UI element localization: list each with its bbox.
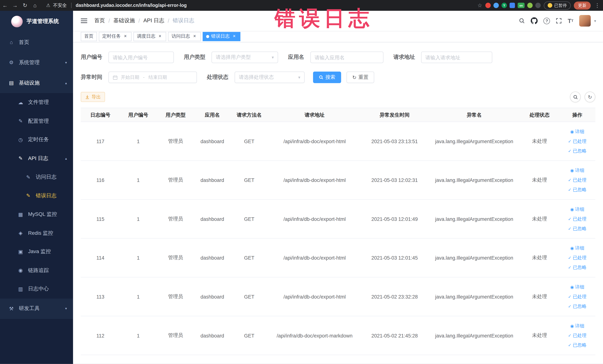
action-ignored[interactable]: ✓已忽略 (559, 302, 595, 311)
tab-label: 错误日志 (211, 33, 230, 39)
search-icon[interactable] (519, 18, 525, 24)
check-icon: ✓ (568, 214, 571, 224)
sidebar-item-system[interactable]: ⚙系统管理▾ (0, 52, 73, 73)
action-detail[interactable]: ◉详细 (559, 127, 595, 137)
sidebar-item-infra[interactable]: ▤基础设施▴ (0, 73, 73, 93)
paw-extension-icon[interactable] (535, 3, 541, 8)
action-ignored[interactable]: ✓已忽略 (559, 185, 595, 195)
red-circle-extension-icon[interactable] (485, 3, 491, 8)
back-icon[interactable]: ← (0, 2, 10, 8)
fullscreen-icon[interactable] (556, 18, 562, 24)
avatar[interactable] (579, 15, 591, 26)
breadcrumb-item-0[interactable]: 首页 (94, 17, 105, 24)
search-button[interactable]: 搜索 (313, 71, 341, 83)
chevron-down-icon: ▾ (65, 61, 67, 65)
user-type-label: 用户类型 (184, 54, 205, 61)
chevron-down-icon[interactable]: ▾ (594, 19, 596, 23)
action-detail[interactable]: ◉详细 (559, 205, 595, 214)
download-icon (85, 94, 90, 99)
blue-drop-extension-icon[interactable] (493, 3, 499, 8)
breadcrumb-item-1[interactable]: 基础设施 (114, 17, 135, 24)
check-icon: ✓ (568, 175, 571, 185)
sidebar-item-dev-tools[interactable]: ⚒研发工具▾ (0, 298, 73, 319)
close-icon[interactable]: × (123, 34, 128, 39)
action-detail[interactable]: ◉详细 (559, 165, 595, 175)
cell-app: dashboard (195, 122, 230, 161)
exception-time-range-picker[interactable]: 开始日期 - 结束日期 (108, 71, 197, 83)
browser-menu-icon[interactable]: ⋮ (594, 2, 600, 8)
close-icon[interactable]: × (232, 34, 237, 39)
sidebar-item-access-log[interactable]: ✎访问日志 (0, 168, 73, 187)
check-icon: ✓ (568, 331, 571, 340)
action-processed[interactable]: ✓已处理 (559, 331, 595, 340)
close-icon[interactable]: × (192, 34, 197, 39)
paused-badge[interactable]: 已暂停 (544, 1, 571, 10)
cell-user_type: 管理员 (156, 277, 195, 316)
refresh-table-button[interactable]: ↻ (585, 92, 595, 102)
tab-access-log[interactable]: 访问日志× (168, 32, 201, 41)
action-processed[interactable]: ✓已处理 (559, 214, 595, 224)
export-button[interactable]: 导出 (81, 92, 105, 102)
leaf-extension-icon[interactable] (527, 3, 533, 8)
toggle-search-button[interactable] (570, 92, 581, 102)
reload-icon[interactable]: ↻ (20, 2, 30, 8)
tab-error-log[interactable]: 错误日志× (203, 32, 240, 41)
sidebar-item-file[interactable]: ☁文件管理 (0, 93, 73, 112)
app-name-input[interactable] (310, 52, 383, 63)
app-logo[interactable]: 芋道管理系统 (0, 11, 73, 32)
action-ignored[interactable]: ✓已忽略 (559, 146, 595, 156)
tab-job[interactable]: 定时任务× (99, 32, 131, 41)
sidebar-item-redis[interactable]: ◈Redis 监控 (0, 224, 73, 242)
tab-job-log[interactable]: 调度日志× (133, 32, 166, 41)
action-processed[interactable]: ✓已处理 (559, 136, 595, 146)
sidebar-item-log-center[interactable]: ▥日志中心 (0, 280, 73, 298)
font-size-icon[interactable]: TT (568, 18, 573, 23)
close-icon[interactable]: × (157, 34, 163, 39)
action-processed[interactable]: ✓已处理 (559, 292, 595, 302)
filter-form: 用户编号 用户类型 请选择用户类型 ▾ 应用名 (81, 52, 595, 83)
request-url-input[interactable] (421, 52, 492, 63)
check-icon: ✓ (568, 340, 571, 350)
action-detail[interactable]: ◉详细 (559, 243, 595, 253)
cell-user_type: 管理员 (156, 122, 195, 161)
user-type-select[interactable]: 请选择用户类型 ▾ (211, 52, 278, 63)
tab-bar: 首页定时任务×调度日志×访问日志×错误日志× (73, 31, 603, 42)
process-status-select[interactable]: 请选择处理状态 ▾ (235, 71, 305, 83)
action-ignored[interactable]: ✓已忽略 (559, 340, 595, 350)
sidebar-item-home[interactable]: ⌂首页 (0, 32, 73, 52)
action-processed[interactable]: ✓已处理 (559, 253, 595, 263)
action-processed[interactable]: ✓已处理 (559, 175, 595, 185)
forward-icon[interactable]: → (10, 2, 20, 8)
sidebar-item-java[interactable]: ▣Java 监控 (0, 242, 73, 261)
action-label: 详细 (575, 205, 584, 214)
sidebar-item-trace[interactable]: ◉链路追踪 (0, 261, 73, 280)
github-icon[interactable] (531, 17, 538, 24)
tab-home[interactable]: 首页 (81, 32, 97, 41)
cell-user_type: 管理员 (156, 316, 195, 355)
action-detail[interactable]: ◉详细 (559, 282, 595, 292)
hamburger-icon[interactable] (80, 16, 88, 26)
help-icon[interactable]: ? (544, 17, 550, 24)
reset-button[interactable]: ↻ 重置 (347, 71, 374, 83)
blue-grid-extension-icon[interactable] (510, 3, 515, 8)
sidebar-item-api-log[interactable]: ✎API 日志▴ (0, 149, 73, 168)
action-ignored[interactable]: ✓已忽略 (559, 263, 595, 272)
sidebar-item-error-log[interactable]: ✎错误日志 (0, 186, 73, 205)
action-detail[interactable]: ◉详细 (559, 321, 595, 331)
green-on-extension-icon[interactable]: on (518, 3, 525, 8)
sidebar-item-config[interactable]: ✎配置管理 (0, 112, 73, 130)
reset-button-label: 重置 (358, 74, 368, 81)
update-button[interactable]: 更新 (574, 1, 591, 10)
sidebar-item-job[interactable]: ◷定时任务 (0, 130, 73, 149)
sidebar-item-label: 错误日志 (36, 192, 57, 199)
action-ignored[interactable]: ✓已忽略 (559, 224, 595, 233)
url-bar[interactable]: ⚠ 不安全 dashboard.yudao.iocoder.cn/infra/l… (46, 2, 477, 9)
green-y-extension-icon[interactable]: Y (501, 3, 507, 8)
breadcrumb-item-2[interactable]: API 日志 (143, 17, 164, 24)
sidebar-item-mysql[interactable]: ▦MySQL 监控 (0, 205, 73, 224)
cell-exception: java.lang.IllegalArgumentException (428, 122, 520, 161)
user-id-input[interactable] (108, 52, 174, 63)
bookmark-star-icon[interactable]: ☆ (477, 2, 482, 8)
browser-home-icon[interactable]: ⌂ (30, 2, 40, 8)
action-label: 已忽略 (573, 224, 587, 233)
